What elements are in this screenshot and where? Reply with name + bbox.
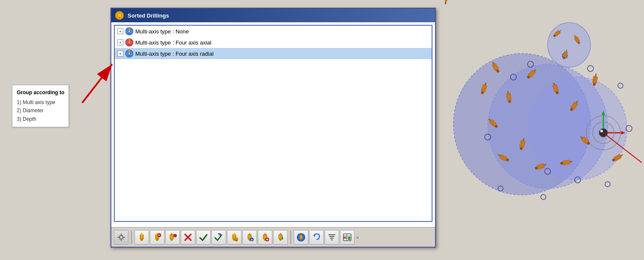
undo-icon xyxy=(312,233,321,242)
annotation-item-3: 3) Depth xyxy=(17,115,64,123)
remove-icon xyxy=(260,233,270,242)
tree-item-2-icon xyxy=(125,38,134,47)
svg-rect-56 xyxy=(280,239,281,241)
svg-rect-34 xyxy=(171,233,172,235)
tree-item-2[interactable]: + Multi-axis type : Four axis axial xyxy=(115,37,432,48)
svg-rect-128 xyxy=(445,0,447,2)
more-button[interactable]: » xyxy=(355,234,360,241)
refresh-button[interactable] xyxy=(273,230,288,245)
3d-scene-svg xyxy=(445,0,642,248)
expand-btn-2[interactable]: + xyxy=(117,39,123,45)
svg-point-25 xyxy=(140,233,143,235)
svg-rect-5 xyxy=(119,12,120,14)
annotation-item-2: 2) Diameter xyxy=(17,107,64,115)
drill-button-red[interactable] xyxy=(150,230,164,245)
tree-item-1-label: Multi-axis type : None xyxy=(135,28,189,35)
annotation-item-1: 1) Multi axis type xyxy=(17,99,64,107)
table-icon xyxy=(343,233,352,242)
drill-button-4[interactable]: + xyxy=(227,230,242,245)
expand-btn-3[interactable]: + xyxy=(117,51,123,57)
svg-point-41 xyxy=(233,233,236,235)
annotation-box: Group according to 1) Multi axis type 2)… xyxy=(12,85,69,127)
undo-button[interactable] xyxy=(309,230,324,245)
svg-rect-27 xyxy=(156,239,158,241)
drill-button-stop[interactable] xyxy=(165,230,180,245)
dialog-title: Sorted Drillings xyxy=(128,12,169,19)
svg-rect-15 xyxy=(128,39,130,41)
svg-rect-51 xyxy=(265,233,265,235)
tree-item-2-label: Multi-axis type : Four axis axial xyxy=(135,39,212,46)
svg-rect-123 xyxy=(561,162,564,165)
svg-rect-20 xyxy=(128,50,130,52)
svg-rect-46 xyxy=(249,233,250,235)
expand-btn-1[interactable]: + xyxy=(117,28,123,34)
svg-point-141 xyxy=(541,194,546,200)
svg-point-14 xyxy=(128,42,130,43)
svg-rect-33 xyxy=(171,239,173,241)
3d-visualization xyxy=(443,0,644,248)
svg-rect-23 xyxy=(141,239,143,241)
svg-point-19 xyxy=(128,53,130,54)
svg-point-79 xyxy=(548,23,590,67)
delete-x-icon xyxy=(184,233,192,242)
svg-point-142 xyxy=(605,182,610,187)
svg-rect-96 xyxy=(508,100,511,103)
svg-text:?: ? xyxy=(251,238,253,242)
sort-icon xyxy=(296,233,306,242)
svg-point-21 xyxy=(119,236,123,239)
check-icon xyxy=(199,233,208,242)
sort-button[interactable] xyxy=(294,230,308,245)
svg-rect-4 xyxy=(119,17,120,18)
sorted-drillings-dialog: Sorted Drillings + Multi-axis type : Non… xyxy=(110,8,436,248)
dialog-titlebar: Sorted Drillings xyxy=(111,9,435,22)
svg-rect-10 xyxy=(128,28,130,30)
toolbar-sep-2 xyxy=(290,230,291,244)
drill-4-icon: + xyxy=(230,233,239,242)
tree-item-3[interactable]: + Multi-axis type : Four axis radial xyxy=(115,48,432,59)
settings-button[interactable] xyxy=(114,230,128,245)
svg-rect-73 xyxy=(348,239,350,240)
filter-icon xyxy=(327,233,337,242)
remove-button[interactable] xyxy=(258,230,272,245)
svg-rect-133 xyxy=(620,154,623,157)
svg-point-139 xyxy=(587,66,593,72)
help-icon: ? xyxy=(245,233,254,242)
svg-rect-129 xyxy=(445,2,446,4)
refresh-icon xyxy=(276,233,285,242)
help-button[interactable]: ? xyxy=(242,230,257,245)
svg-text:+: + xyxy=(236,238,237,241)
tree-item-1-icon xyxy=(125,27,134,36)
drill-button-1[interactable] xyxy=(134,230,149,245)
svg-line-1 xyxy=(82,64,112,103)
svg-rect-72 xyxy=(348,237,350,238)
svg-point-86 xyxy=(600,130,603,132)
check-mod-button[interactable] xyxy=(212,230,226,245)
svg-point-9 xyxy=(128,30,130,32)
svg-rect-57 xyxy=(280,233,281,235)
annotation-title: Group according to xyxy=(17,89,64,97)
drill-stop-icon xyxy=(168,233,177,242)
table-button[interactable] xyxy=(340,230,355,245)
dialog-title-icon xyxy=(115,11,124,20)
svg-rect-126 xyxy=(593,83,596,86)
svg-rect-61 xyxy=(301,238,302,240)
settings-icon xyxy=(116,233,126,242)
delete-button[interactable] xyxy=(181,230,195,245)
check-mod-icon xyxy=(214,233,224,242)
main-toolbar: + ? xyxy=(111,227,435,247)
tree-item-1[interactable]: + Multi-axis type : None xyxy=(115,26,432,37)
svg-point-145 xyxy=(618,83,623,88)
tree-list-area[interactable]: + Multi-axis type : None + Multi-axis t xyxy=(114,25,432,222)
drill-red-icon xyxy=(152,233,162,242)
drill-1-icon xyxy=(137,233,146,242)
filter-button[interactable] xyxy=(325,230,339,245)
tree-item-3-icon xyxy=(125,49,134,58)
svg-rect-62 xyxy=(301,234,301,236)
tree-item-3-label: Multi-axis type : Four axis radial xyxy=(135,51,214,57)
toolbar-sep-1 xyxy=(131,230,132,244)
svg-rect-35 xyxy=(174,234,176,237)
check-button[interactable] xyxy=(196,230,211,245)
